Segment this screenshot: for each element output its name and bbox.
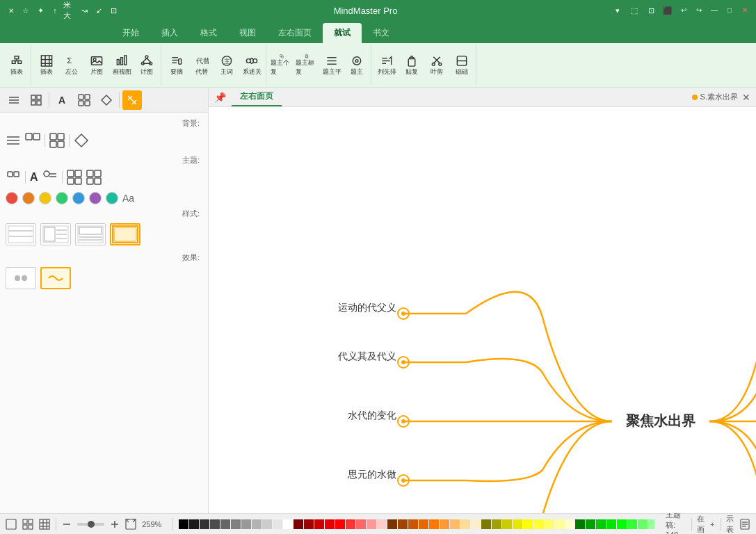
show-btn[interactable]: 示表 <box>726 514 734 535</box>
palette-color-item[interactable] <box>554 519 564 529</box>
palette-color-item[interactable] <box>513 519 522 529</box>
icon-relation[interactable]: 系述关 <box>241 54 263 76</box>
palette-color-item[interactable] <box>325 519 335 529</box>
icon-level[interactable]: 题主平 <box>321 54 343 76</box>
close-tab-icon[interactable]: ✕ <box>742 92 750 103</box>
palette-color-item[interactable] <box>273 519 282 529</box>
bg-color-icon[interactable] <box>74 133 89 148</box>
tab-insert[interactable]: 插入 <box>150 23 189 43</box>
color-teal[interactable] <box>106 192 118 204</box>
palette-color-item[interactable] <box>189 519 199 529</box>
palette-color-item[interactable] <box>367 519 376 529</box>
icon-sort[interactable]: 列先排 <box>376 54 398 76</box>
tab-format[interactable]: 格式 <box>189 23 228 43</box>
icon-summary[interactable]: 要摘 <box>166 54 188 76</box>
palette-color-item[interactable] <box>377 519 387 529</box>
palette-color-item[interactable] <box>210 519 220 529</box>
icon-table[interactable]: 插表 <box>35 54 58 76</box>
layout-4[interactable] <box>110 223 140 245</box>
palette-color-item[interactable] <box>586 519 595 529</box>
canvas[interactable]: 📌 左右面页 S.素水出界 ✕ 聚焦水出界 <box>209 88 756 513</box>
view-btn-2[interactable] <box>22 519 33 530</box>
tab-view[interactable]: 视图 <box>228 23 267 43</box>
redo-btn[interactable]: ↪ <box>693 4 705 15</box>
icon-paste[interactable]: 贴复 <box>401 54 423 76</box>
qs-btn-7[interactable]: ⊡ <box>107 4 120 17</box>
panel-pin-active[interactable] <box>122 90 142 110</box>
theme-icon-4[interactable] <box>86 170 102 185</box>
effect-2-active[interactable] <box>40 267 71 289</box>
view-btn-1[interactable] <box>6 519 17 530</box>
qs-btn-2[interactable]: ✦ <box>34 4 47 17</box>
palette-color-item[interactable] <box>533 519 543 529</box>
qs-btn-3[interactable]: ↑ <box>49 4 61 17</box>
palette-color-item[interactable] <box>387 519 397 529</box>
maximize-btn[interactable]: □ <box>724 4 735 15</box>
color-red[interactable] <box>6 192 18 204</box>
palette-color-item[interactable] <box>220 519 230 529</box>
palette-color-item[interactable] <box>231 519 241 529</box>
layout-3[interactable] <box>75 223 106 245</box>
qs-right-4[interactable]: ⬛ <box>661 4 674 17</box>
color-yellow[interactable] <box>39 192 51 204</box>
palette-color-item[interactable] <box>252 519 262 529</box>
draw-btn[interactable]: 在画 <box>697 514 705 535</box>
theme-icon-2[interactable] <box>42 170 58 185</box>
icon-copy-label[interactable]: 题主标复 <box>296 54 318 76</box>
palette-color-item[interactable] <box>293 519 303 529</box>
palette-color-item[interactable] <box>241 519 251 529</box>
palette-color-item[interactable] <box>648 519 654 529</box>
page-pin-icon[interactable]: 📌 <box>214 92 226 103</box>
qs-right-3[interactable]: ⊡ <box>645 4 657 17</box>
panel-icon-list[interactable] <box>4 90 24 110</box>
bg-3d-icon[interactable] <box>49 133 65 148</box>
icon-alt[interactable]: 代替 代替 <box>191 54 213 76</box>
palette-color-item[interactable] <box>304 519 314 529</box>
effect-1[interactable] <box>6 267 36 289</box>
add-page-btn[interactable]: + <box>710 520 714 528</box>
zoom-slider[interactable] <box>77 523 105 526</box>
page-icon-btn[interactable] <box>739 519 750 530</box>
bg-list-icon[interactable] <box>6 133 21 148</box>
panel-icon-diamond[interactable] <box>97 90 116 110</box>
palette-color-item[interactable] <box>596 519 606 529</box>
theme-icon-1[interactable] <box>6 170 21 185</box>
palette-color-item[interactable] <box>440 519 449 529</box>
palette-color-item[interactable] <box>575 519 585 529</box>
palette-color-item[interactable] <box>460 519 470 529</box>
color-green[interactable] <box>56 192 68 204</box>
font-aA[interactable]: Aa <box>122 193 134 204</box>
palette-color-item[interactable] <box>398 519 408 529</box>
palette-color-item[interactable] <box>471 519 481 529</box>
palette-color-item[interactable] <box>429 519 439 529</box>
page-tab-main[interactable]: 左右面页 <box>232 88 282 106</box>
color-blue[interactable] <box>72 192 85 204</box>
color-purple[interactable] <box>89 192 102 204</box>
palette-color-item[interactable] <box>200 519 209 529</box>
bg-grid-icon[interactable] <box>25 133 40 148</box>
tab-book[interactable]: 书文 <box>362 23 401 43</box>
icon-clone[interactable]: 题主个复 <box>271 54 293 76</box>
palette-color-item[interactable] <box>627 519 637 529</box>
icon-chart[interactable]: 画视图 <box>111 54 133 76</box>
icon-cut[interactable]: 叶剪 <box>426 54 448 76</box>
qs-btn-4[interactable]: 米大 <box>63 4 76 17</box>
tab-page[interactable]: 左右面页 <box>267 23 323 43</box>
palette-color-item[interactable] <box>408 519 418 529</box>
qs-btn-5[interactable]: ↝ <box>78 4 90 17</box>
close-btn[interactable]: ✕ <box>739 4 750 15</box>
close-btn-left[interactable]: ✕ <box>6 5 17 16</box>
color-orange[interactable] <box>22 192 35 204</box>
panel-icon-a[interactable]: A <box>52 90 72 110</box>
palette-color-item[interactable] <box>283 519 293 529</box>
undo-btn[interactable]: ↩ <box>678 4 689 15</box>
theme-icon-3[interactable] <box>67 170 82 185</box>
minimize-btn[interactable]: — <box>709 4 720 15</box>
icon-keyword[interactable]: 主 主词 <box>216 54 238 76</box>
icon-formula[interactable]: Σ 左公 <box>61 54 83 76</box>
palette-color-item[interactable] <box>179 519 188 529</box>
icon-base[interactable]: 础础 <box>451 54 473 76</box>
palette-color-item[interactable] <box>481 519 491 529</box>
palette-color-item[interactable] <box>502 519 512 529</box>
zoom-out-btn[interactable] <box>62 519 72 529</box>
